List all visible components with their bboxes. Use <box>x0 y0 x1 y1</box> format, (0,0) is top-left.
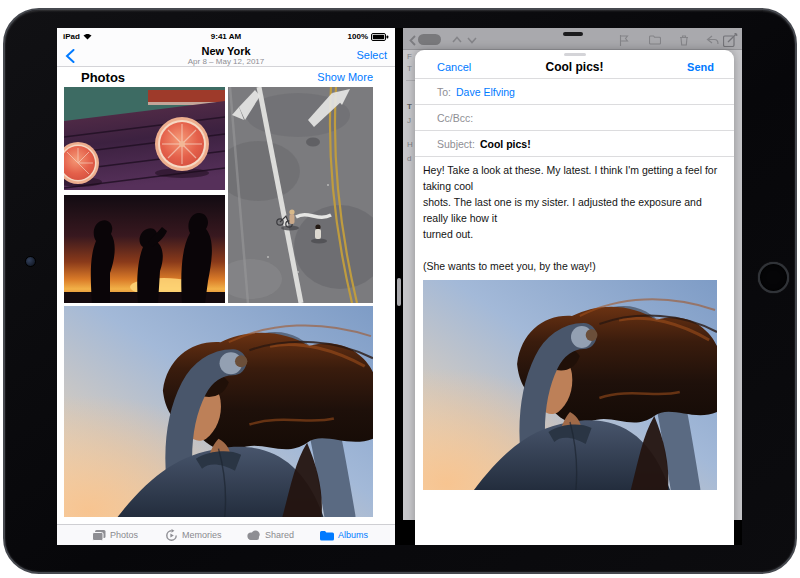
avatar-placeholder <box>418 34 441 45</box>
cc-bcc-label: Cc/Bcc: <box>437 112 473 124</box>
dimmed-text-fragment: J <box>407 116 411 125</box>
photo-thumbnail-silhouettes[interactable] <box>64 195 225 303</box>
split-view-drag-handle[interactable] <box>397 278 401 306</box>
photos-nav-bar: New York Apr 8 – May 12, 2017 Select <box>57 44 395 67</box>
body-line: shots. The last one is my sister. I adju… <box>423 194 724 226</box>
album-title: New York <box>117 45 335 57</box>
dimmed-text-fragment: T <box>407 102 412 111</box>
subject-value: Cool pics! <box>480 138 531 150</box>
subject-label: Subject: <box>437 138 475 150</box>
status-time: 9:41 AM <box>57 32 395 41</box>
to-field[interactable]: To: Dave Elfving <box>415 78 734 105</box>
show-more-button[interactable]: Show More <box>317 71 373 83</box>
photos-section-header: Photos Show More <box>81 70 373 84</box>
photo-thumbnail-portrait[interactable] <box>64 306 373 517</box>
front-camera <box>25 256 36 267</box>
photos-icon <box>92 530 106 541</box>
dimmed-text-fragment: d <box>407 154 411 163</box>
dimmed-text-fragment: T <box>407 64 412 73</box>
tab-label: Photos <box>110 530 138 540</box>
to-label: To: <box>437 86 451 98</box>
photo-thumbnail-grapefruit[interactable] <box>64 87 225 190</box>
tab-albums[interactable]: Albums <box>320 525 368 545</box>
memories-icon <box>165 529 178 542</box>
albums-icon <box>320 530 334 541</box>
photos-tab-bar: Photos Memories Shared <box>57 524 395 545</box>
battery-percent: 100% <box>348 32 368 41</box>
subject-field[interactable]: Subject: Cool pics! <box>415 131 734 157</box>
back-chevron-icon[interactable] <box>65 49 75 63</box>
shared-cloud-icon <box>246 530 261 540</box>
compose-title: Cool pics! <box>495 60 654 74</box>
battery-icon <box>371 33 389 41</box>
flag-icon <box>619 35 629 46</box>
recipient-token[interactable]: Dave Elfving <box>456 86 515 98</box>
tab-label: Albums <box>338 530 368 540</box>
compose-icon <box>723 33 738 47</box>
section-title: Photos <box>81 70 125 85</box>
tab-memories[interactable]: Memories <box>165 525 222 545</box>
mail-app-pane: F T T J H d Cancel Cool pics! Send To: <box>403 28 742 545</box>
photo-thumbnail-road[interactable] <box>228 87 373 303</box>
send-button[interactable]: Send <box>687 61 714 73</box>
body-note: (She wants to meet you, by the way!) <box>423 258 724 274</box>
mail-window-drag-handle[interactable] <box>563 32 583 36</box>
album-date-range: Apr 8 – May 12, 2017 <box>117 57 335 66</box>
compose-header: Cancel Cool pics! Send <box>415 58 734 78</box>
compose-sheet-drag-handle[interactable] <box>564 53 586 56</box>
cancel-button[interactable]: Cancel <box>437 61 471 73</box>
trash-icon <box>679 35 689 46</box>
folder-icon <box>649 35 661 45</box>
marketing-scene: iPad 9:41 AM 100% Ne <box>0 0 800 578</box>
tab-label: Memories <box>182 530 222 540</box>
compose-fields: To: Dave Elfving Cc/Bcc: Subject: Cool p… <box>415 78 734 157</box>
home-button[interactable] <box>758 262 789 293</box>
cc-bcc-field[interactable]: Cc/Bcc: <box>415 105 734 131</box>
body-line: Hey! Take a look at these. My latest. I … <box>423 162 724 194</box>
reply-icon <box>706 35 719 45</box>
dimmed-text-fragment: F <box>407 52 412 61</box>
attached-photo[interactable] <box>423 280 717 490</box>
status-bar: iPad 9:41 AM 100% <box>57 28 395 44</box>
body-line: turned out. <box>423 226 724 242</box>
dimmed-text-fragment: H <box>407 140 413 149</box>
back-chevron-icon <box>409 35 416 46</box>
chevron-down-icon <box>467 37 477 44</box>
tab-label: Shared <box>265 530 294 540</box>
tab-photos[interactable]: Photos <box>92 525 138 545</box>
body-paragraph: Hey! Take a look at these. My latest. I … <box>423 162 724 242</box>
ipad-screen: iPad 9:41 AM 100% Ne <box>57 28 742 545</box>
photos-app-pane: iPad 9:41 AM 100% Ne <box>57 28 395 545</box>
split-view-divider <box>395 28 403 545</box>
mail-compose-sheet: Cancel Cool pics! Send To: Dave Elfving … <box>415 50 734 545</box>
dimmed-separator <box>406 80 415 81</box>
tab-shared[interactable]: Shared <box>246 525 294 545</box>
select-button[interactable]: Select <box>356 49 387 61</box>
chevron-up-icon <box>452 36 462 43</box>
